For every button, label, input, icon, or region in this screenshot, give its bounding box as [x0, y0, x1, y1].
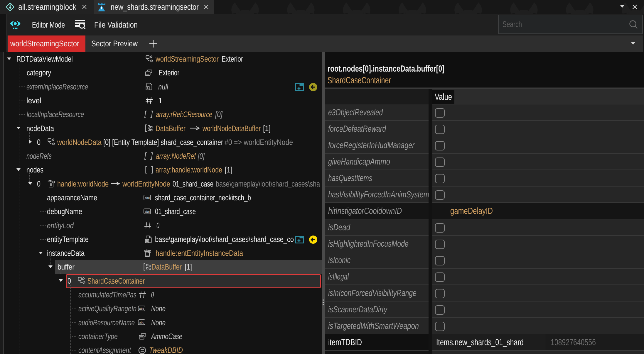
svg-text:abc: abc — [139, 321, 144, 324]
svg-text:abc: abc — [145, 197, 150, 200]
svg-text:abc: abc — [145, 210, 150, 214]
svg-text:abc: abc — [139, 307, 144, 311]
